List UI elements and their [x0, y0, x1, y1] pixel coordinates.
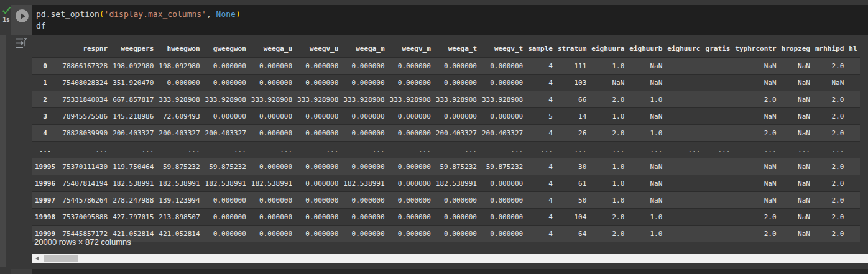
table-cell: 182.538991 — [249, 175, 295, 192]
table-cell: 1.0 — [589, 108, 627, 125]
table-cell: 333.928908 — [295, 91, 341, 108]
table-cell: 75445786264 — [58, 192, 110, 209]
table-cell — [665, 91, 703, 108]
run-cell-button[interactable] — [16, 9, 29, 22]
table-cell: 61 — [555, 175, 589, 192]
table-cell: 1.0 — [627, 91, 665, 108]
table-cell: 78828039990 — [58, 125, 110, 142]
table-cell: 0.000000 — [249, 192, 295, 209]
table-cell — [846, 192, 859, 209]
table-cell — [665, 192, 703, 209]
table-cell: 278.247988 — [110, 192, 156, 209]
table-cell: 0.000000 — [295, 158, 341, 175]
table-cell: NaN — [732, 158, 778, 175]
table-cell: 30 — [555, 158, 589, 175]
table-cell: NaN — [779, 209, 813, 226]
table-cell — [846, 175, 859, 192]
code-token: 'display.max_columns' — [104, 9, 206, 19]
table-cell: NaN — [627, 175, 665, 192]
column-header: mrhhipd — [813, 40, 846, 58]
table-cell: 200.403327 — [110, 125, 156, 142]
table-cell: 59.875232 — [156, 158, 202, 175]
table-cell: NaN — [732, 58, 778, 75]
scroll-left-arrow-icon[interactable] — [35, 256, 39, 261]
table-cell: 2.0 — [732, 226, 778, 242]
table-cell: 333.928908 — [433, 91, 479, 108]
output-options-icon[interactable] — [15, 37, 28, 52]
table-cell: 0.000000 — [433, 209, 479, 226]
table-cell: 104 — [555, 209, 589, 226]
table-cell: 2.0 — [813, 175, 846, 192]
table-cell — [703, 209, 732, 226]
column-header: weegpers — [110, 40, 156, 58]
table-cell: 0.000000 — [387, 58, 433, 75]
table-cell — [703, 158, 732, 175]
table-cell: ... — [156, 142, 202, 158]
row-index: 19995 — [32, 158, 58, 175]
table-cell: 78945575586 — [58, 108, 110, 125]
table-row: 1999575370111430119.75046459.87523259.87… — [32, 158, 860, 175]
row-index: 4 — [32, 125, 58, 142]
table-cell: 0.000000 — [433, 192, 479, 209]
column-header: hl — [846, 40, 859, 58]
dataframe-header: respnrweegpershweegwongweegwonweega_uwee… — [32, 40, 860, 58]
row-index: 2 — [32, 91, 58, 108]
table-cell: 2.0 — [813, 91, 846, 108]
table-cell: 0.000000 — [479, 192, 525, 209]
table-cell: 333.928908 — [203, 91, 249, 108]
execution-status: 1s — [1, 6, 11, 23]
table-cell: 0.000000 — [249, 209, 295, 226]
table-cell: 1.0 — [627, 209, 665, 226]
table-cell: 0.000000 — [433, 226, 479, 242]
table-cell: NaN — [779, 75, 813, 91]
table-cell: 2.0 — [813, 192, 846, 209]
table-cell: NaN — [779, 108, 813, 125]
table-cell: 0.000000 — [387, 125, 433, 142]
table-cell: ... — [387, 142, 433, 158]
table-cell — [846, 108, 859, 125]
table-cell: 2.0 — [732, 125, 778, 142]
table-cell: ... — [341, 142, 387, 158]
table-cell: 4 — [525, 158, 555, 175]
table-cell: 0.000000 — [203, 58, 249, 75]
table-cell: ... — [627, 142, 665, 158]
table-cell: 0.000000 — [341, 226, 387, 242]
table-cell: ... — [295, 142, 341, 158]
table-cell: 421.052814 — [156, 226, 202, 242]
table-cell: NaN — [732, 108, 778, 125]
table-cell: 0.000000 — [387, 158, 433, 175]
code-token: , — [206, 9, 216, 19]
code-editor[interactable]: pd.set_option('display.max_columns', Non… — [32, 5, 868, 35]
table-cell — [665, 209, 703, 226]
code-token: ) — [236, 9, 241, 19]
cell-gutter — [11, 5, 32, 35]
table-cell: ... — [249, 142, 295, 158]
table-row: 078866167328198.092980198.0929800.000000… — [32, 58, 860, 75]
table-cell: 182.538991 — [156, 175, 202, 192]
table-cell: 75408028324 — [58, 75, 110, 91]
table-cell: 0.000000 — [295, 108, 341, 125]
table-cell: 0.000000 — [341, 58, 387, 75]
table-cell: 0.000000 — [341, 192, 387, 209]
table-cell: 200.403327 — [479, 125, 525, 142]
table-cell: ... — [58, 142, 110, 158]
code-line: df — [36, 20, 868, 32]
table-cell — [846, 226, 859, 242]
table-cell: 0.000000 — [341, 125, 387, 142]
column-header: eighuura — [589, 40, 627, 58]
table-cell: 50 — [555, 192, 589, 209]
scrollbar-thumb[interactable] — [44, 255, 78, 262]
table-row: ........................................… — [32, 142, 860, 158]
horizontal-scrollbar[interactable] — [32, 254, 868, 263]
table-cell: 2.0 — [813, 209, 846, 226]
table-cell: 2.0 — [732, 209, 778, 226]
table-row: 1999875370095888427.797015213.8985070.00… — [32, 209, 860, 226]
table-cell: 182.538991 — [433, 175, 479, 192]
table-cell: 2.0 — [589, 226, 627, 242]
table-cell — [846, 58, 859, 75]
notebook-cell-view: 1s pd.set_option('display.max_columns', … — [0, 0, 868, 274]
column-header: weegv_u — [295, 40, 341, 58]
table-cell: 4 — [525, 58, 555, 75]
table-cell: 4 — [525, 91, 555, 108]
table-cell: 333.928908 — [387, 91, 433, 108]
